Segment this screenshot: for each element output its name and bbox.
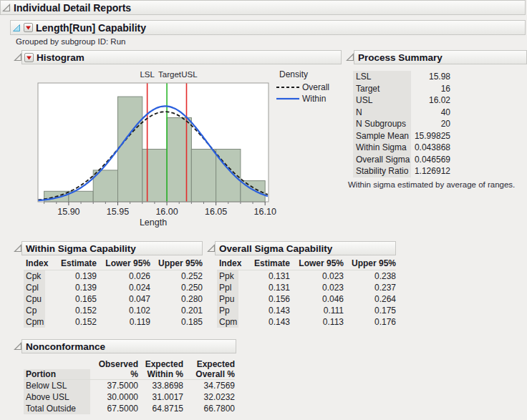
report-title: Individual Detail Reports xyxy=(14,2,131,14)
outline-bar-individual-detail-reports[interactable]: Individual Detail Reports xyxy=(0,0,526,15)
table-row: Cpm 0.152 0.119 0.185 xyxy=(24,316,203,328)
table-row: N 40 xyxy=(353,107,450,119)
row-label: USL xyxy=(353,94,411,107)
red-triangle-icon xyxy=(24,24,32,31)
overall-capability-table: Index Estimate Lower 95% Upper 95% Ppk 0… xyxy=(217,258,396,328)
table-row: Cpl 0.139 0.024 0.250 xyxy=(24,282,203,293)
col-header: Expected Within % xyxy=(138,360,183,379)
row-value: 1.126912 xyxy=(411,165,450,177)
overall-capability-section-title: Overall Sigma Capability xyxy=(219,243,332,254)
table-row: N Subgroups 20 xyxy=(353,118,450,130)
row-label: Sample Mean xyxy=(353,130,411,142)
within-capability-section-title: Within Sigma Capability xyxy=(26,243,136,254)
disclosure-open-blue-icon[interactable] xyxy=(12,24,21,32)
table-row: Above USL 30.0000 31.0017 32.0232 xyxy=(24,391,235,403)
table-row: Cp 0.152 0.102 0.201 xyxy=(24,305,203,316)
table-row: Pp 0.143 0.111 0.175 xyxy=(217,305,396,316)
histogram-bar[interactable] xyxy=(167,118,191,202)
red-triangle-menu-button[interactable] xyxy=(24,53,34,62)
red-triangle-menu-button[interactable] xyxy=(24,23,33,32)
table-row: Cpu 0.165 0.047 0.280 xyxy=(24,293,203,305)
table-row: Target 16 xyxy=(353,83,450,95)
nonconformance-section-title: Nonconformance xyxy=(26,341,105,352)
row-value: 40 xyxy=(411,107,450,119)
x-tick-label: 15.95 xyxy=(107,207,129,217)
row-value: 0.043868 xyxy=(411,142,450,154)
spec-label-usl: USL xyxy=(181,70,198,79)
jmp-report-window: Individual Detail Reports Length[Run] Ca… xyxy=(0,0,527,420)
histogram-bar[interactable] xyxy=(118,97,142,202)
x-tick-label: 16.05 xyxy=(205,207,227,217)
spec-label-target: Target xyxy=(158,70,182,79)
table-row: Cpm 0.143 0.113 0.176 xyxy=(217,316,396,328)
col-header: Expected Overall % xyxy=(183,360,235,379)
table-header-row: Index Estimate Lower 95% Upper 95% xyxy=(217,258,396,270)
capability-title: Length[Run] Capability xyxy=(36,22,146,34)
table-row: Ppl 0.131 0.023 0.237 xyxy=(217,282,396,293)
table-row: Ppu 0.156 0.046 0.264 xyxy=(217,293,396,305)
table-header-row: Index Estimate Lower 95% Upper 95% xyxy=(24,258,203,270)
histogram-section-title: Histogram xyxy=(37,52,84,63)
section-header-histogram[interactable]: Histogram xyxy=(21,50,342,64)
table-row: Total Outside 67.5000 64.8715 66.7800 xyxy=(24,403,235,414)
grouped-by-text: Grouped by subgroup ID: Run xyxy=(16,37,125,46)
red-triangle-icon xyxy=(25,54,33,62)
col-header: Observed % xyxy=(90,360,138,379)
process-summary-section-title: Process Summary xyxy=(358,52,443,63)
table-row: Ppk 0.131 0.023 0.238 xyxy=(217,270,396,282)
col-header: Upper 95% xyxy=(150,258,203,270)
histogram-bar[interactable] xyxy=(191,150,216,202)
row-value: 16 xyxy=(411,83,450,95)
section-header-overall-sigma-capability[interactable]: Overall Sigma Capability xyxy=(215,241,396,255)
row-value: 15.99825 xyxy=(411,130,450,142)
disclosure-open-icon[interactable] xyxy=(2,4,11,12)
spec-label-lsl: LSL xyxy=(140,70,155,79)
table-row: Within Sigma 0.043868 xyxy=(353,142,450,154)
row-label: Within Sigma xyxy=(353,142,411,154)
within-capability-table: Index Estimate Lower 95% Upper 95% Cpk 0… xyxy=(24,258,203,328)
col-header: Upper 95% xyxy=(344,258,396,270)
table-row: LSL 15.98 xyxy=(353,71,450,83)
x-axis-label: Length xyxy=(140,218,167,228)
table-header-row: Portion Observed % Expected Within % Exp… xyxy=(24,356,235,380)
row-value: 20 xyxy=(411,118,450,130)
col-header: Lower 95% xyxy=(290,258,344,270)
x-tick-label: 16.00 xyxy=(155,207,178,217)
legend-entry-label: Within xyxy=(302,94,326,104)
row-value: 0.046569 xyxy=(411,154,450,166)
x-tick-label: 16.10 xyxy=(254,207,276,217)
row-label: N Subgroups xyxy=(353,118,411,130)
section-header-process-summary[interactable]: Process Summary xyxy=(354,50,527,64)
table-row: USL 16.02 xyxy=(353,94,450,107)
nonconformance-table: Portion Observed % Expected Within % Exp… xyxy=(24,356,235,414)
col-header: Estimate xyxy=(45,258,97,270)
histogram-chart[interactable]: LSLTargetUSL15.9015.9516.0016.0516.10Len… xyxy=(21,67,344,231)
row-label: Target xyxy=(353,83,411,95)
row-label: N xyxy=(353,107,411,119)
table-row: Overall Sigma 0.046569 xyxy=(353,154,450,166)
section-header-within-sigma-capability[interactable]: Within Sigma Capability xyxy=(21,241,203,255)
col-header: Portion xyxy=(24,369,90,379)
table-row: Below LSL 37.5000 33.8698 34.7569 xyxy=(24,380,235,391)
section-header-nonconformance[interactable]: Nonconformance xyxy=(21,339,236,353)
table-row: Cpk 0.139 0.026 0.252 xyxy=(24,270,203,282)
col-header: Lower 95% xyxy=(97,258,150,270)
row-value: 16.02 xyxy=(411,94,450,107)
histogram-bar[interactable] xyxy=(142,150,167,202)
process-summary-table: LSL 15.98 Target 16 USL 16.02 N 40 N Sub… xyxy=(353,71,450,177)
row-label: LSL xyxy=(353,71,411,83)
row-value: 15.98 xyxy=(411,71,450,83)
table-row: Sample Mean 15.99825 xyxy=(353,130,450,142)
legend-title: Density xyxy=(279,69,308,79)
table-row: Stability Ratio 1.126912 xyxy=(353,165,450,177)
legend-entry-label: Overall xyxy=(302,82,329,92)
x-tick-label: 15.90 xyxy=(57,207,79,217)
col-header: Index xyxy=(24,258,45,270)
row-label: Overall Sigma xyxy=(353,154,411,166)
outline-bar-capability[interactable]: Length[Run] Capability xyxy=(10,20,526,35)
col-header: Index xyxy=(217,258,238,270)
col-header: Estimate xyxy=(238,258,290,270)
row-label: Stability Ratio xyxy=(353,165,411,177)
within-sigma-note: Within sigma estimated by average of ran… xyxy=(348,180,515,189)
